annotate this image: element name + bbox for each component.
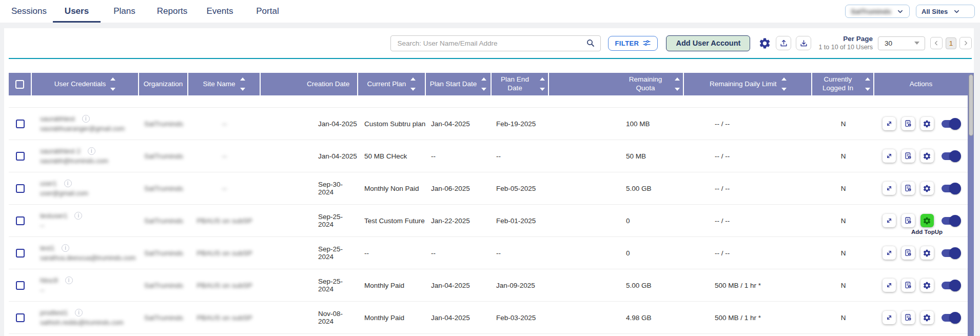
user-enabled-toggle[interactable] [942,249,960,257]
account-details-button[interactable] [901,246,915,260]
expand-user-button[interactable] [883,279,896,292]
next-page-button[interactable] [959,37,972,49]
organization-cell: SatTruminds [139,108,188,140]
user-enabled-toggle[interactable] [942,282,960,289]
row-checkbox-cell [9,269,32,301]
tab-portal[interactable]: Portal [244,0,291,23]
account-details-button[interactable] [901,311,915,324]
column-header-plan-start-date[interactable]: Plan Start Date [426,73,492,95]
per-page-select[interactable]: 30 [878,36,925,50]
organization-select-value: SatTruminds [851,8,891,15]
expand-user-button[interactable] [883,149,896,163]
user-settings-button[interactable] [920,182,934,195]
select-all-checkbox[interactable] [15,80,24,89]
tab-users[interactable]: Users [53,0,101,23]
user-settings-button[interactable] [920,311,934,324]
tab-reports[interactable]: Reports [148,0,196,23]
currently-logged-in-cell: N [812,205,874,236]
column-header-site-name[interactable]: Site Name [188,73,261,95]
plan-end-date-cell: Feb-03-2025 [492,302,549,333]
sort-arrows-icon[interactable] [865,77,870,91]
download-button[interactable] [796,36,811,50]
account-details-button[interactable] [901,279,915,292]
account-details-button[interactable] [901,149,915,163]
search-icon[interactable] [586,38,595,48]
row-checkbox[interactable] [16,152,25,161]
user-info-icon[interactable] [88,147,95,155]
vertical-scrollbar-thumb[interactable] [969,74,973,136]
expand-user-button[interactable] [883,182,896,195]
user-enabled-toggle[interactable] [942,152,960,160]
user-enabled-toggle[interactable] [942,314,960,322]
current-plan-cell: Monthly Paid [358,302,426,333]
user-enabled-toggle[interactable] [942,120,960,128]
site-select[interactable]: All Sites [916,5,975,18]
add-user-account-button[interactable]: Add User Account [666,35,750,51]
account-details-button[interactable] [901,117,915,130]
expand-icon [885,249,893,257]
organization-redacted: SatTruminds [144,282,183,289]
gear-icon [923,152,931,161]
account-details-button[interactable] [901,214,915,227]
user-info-icon[interactable] [75,309,83,317]
per-page-value: 30 [885,39,892,47]
row-checkbox[interactable] [16,281,25,290]
per-page-label: Per Page [843,35,873,44]
column-header-currently-logged-in[interactable]: Currently Logged In [812,73,874,95]
user-settings-button[interactable] [920,279,934,292]
user-settings-button[interactable] [920,149,934,163]
column-header-user-credentials[interactable]: User Credentials [32,73,139,95]
expand-user-button[interactable] [883,214,896,227]
column-header-remaining-daily-limit[interactable]: Remaining Daily Limit [684,73,812,95]
user-settings-button[interactable] [920,214,934,227]
user-name-redacted: testuser1 [40,212,67,220]
sort-arrows-icon[interactable] [240,77,245,91]
current-page-number[interactable]: 1 [946,37,956,49]
row-checkbox[interactable] [16,249,25,258]
previous-page-button[interactable] [930,37,943,49]
user-settings-button[interactable] [920,246,934,260]
organization-select[interactable]: SatTruminds [845,5,910,18]
sort-arrows-icon[interactable] [675,77,680,91]
vertical-scrollbar-track[interactable] [968,73,974,336]
search-input[interactable] [397,39,586,47]
tab-events[interactable]: Events [196,0,244,23]
user-enabled-toggle[interactable] [942,217,960,225]
user-info-icon[interactable] [82,115,90,123]
user-info-icon[interactable] [74,212,82,220]
row-checkbox[interactable] [16,184,25,193]
expand-user-button[interactable] [883,246,896,260]
column-header-current-plan[interactable]: Current Plan [358,73,426,95]
sort-arrows-icon[interactable] [781,77,787,91]
export-upload-button[interactable] [776,36,791,50]
row-checkbox[interactable] [16,216,25,225]
sort-arrows-icon[interactable] [481,77,486,91]
expand-user-button[interactable] [883,311,896,324]
sort-arrows-icon[interactable] [540,77,545,91]
remaining-quota-cell: 50 MB [549,140,684,172]
creation-date-cell: Nov-08-2024 [261,302,358,333]
column-header-remaining-quota[interactable]: Remaining Quota [549,73,684,95]
tab-sessions[interactable]: Sessions [5,0,53,23]
plan-start-date-cell: Jan-04-2025 [426,108,492,140]
table-settings-gear-icon[interactable] [758,37,771,50]
column-header-creation-date[interactable]: Creation Date [261,73,358,95]
sort-arrows-icon[interactable] [110,77,115,91]
user-settings-button[interactable] [920,117,934,130]
column-header-plan-end-date[interactable]: Plan End Date [492,73,549,95]
column-header-organization[interactable]: Organization [139,73,188,95]
row-checkbox[interactable] [16,120,25,128]
user-info-icon[interactable] [62,244,69,252]
tab-plans[interactable]: Plans [101,0,148,23]
search-box[interactable] [390,35,601,51]
user-enabled-toggle[interactable] [942,185,960,192]
filter-button[interactable]: FILTER [608,36,658,51]
remaining-daily-limit-cell: 500 MB / 1 hr * [684,269,812,301]
user-info-icon[interactable] [64,180,72,187]
user-info-icon[interactable] [65,276,73,284]
user-name-redacted: saurabhtest [40,115,75,123]
expand-user-button[interactable] [883,117,896,130]
account-details-button[interactable] [901,182,915,195]
row-checkbox[interactable] [16,313,25,322]
sort-arrows-icon[interactable] [410,77,416,91]
